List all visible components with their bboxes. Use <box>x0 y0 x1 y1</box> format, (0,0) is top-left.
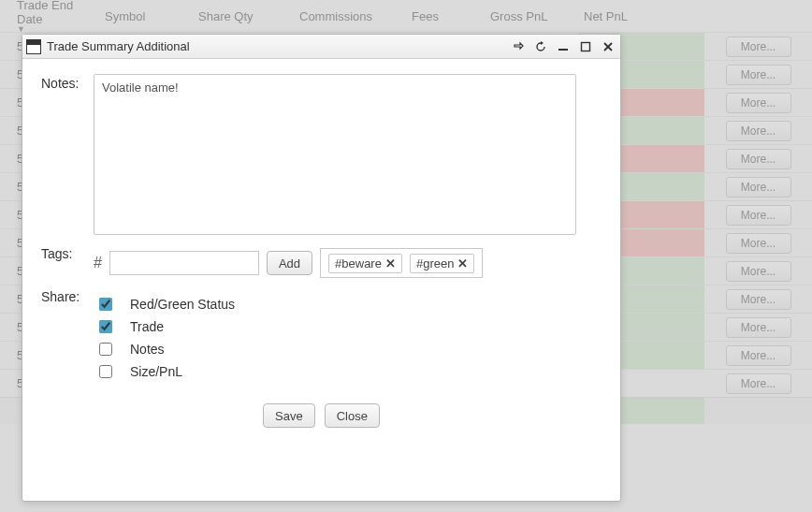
svg-rect-1 <box>582 42 590 51</box>
tag-chip: #beware✕ <box>328 254 402 273</box>
tag-remove-icon[interactable]: ✕ <box>457 256 468 271</box>
tags-label: Tags: <box>41 244 94 261</box>
share-item: Trade <box>94 315 235 338</box>
maximize-icon[interactable] <box>579 40 592 53</box>
tag-text: #beware <box>335 256 382 271</box>
share-item-label: Red/Green Status <box>130 297 235 312</box>
modal-title: Trade Summary Additional <box>47 39 512 53</box>
share-item: Notes <box>94 338 235 360</box>
tag-remove-icon[interactable]: ✕ <box>385 256 396 271</box>
tags-hash-prefix: # <box>94 255 102 271</box>
refresh-icon[interactable] <box>534 40 547 53</box>
notes-label: Notes: <box>41 74 94 91</box>
share-item-label: Notes <box>130 342 165 357</box>
close-icon[interactable] <box>602 40 615 53</box>
share-checkbox[interactable] <box>99 320 112 333</box>
share-label: Share: <box>41 287 94 304</box>
trade-summary-additional-modal: Trade Summary Additional Notes: T <box>22 34 621 502</box>
notes-textarea[interactable] <box>94 74 576 235</box>
share-item: Red/Green Status <box>94 293 235 315</box>
share-checkbox[interactable] <box>99 298 112 311</box>
close-button[interactable]: Close <box>325 403 380 428</box>
share-item-label: Size/PnL <box>130 364 182 379</box>
save-button[interactable]: Save <box>263 403 315 428</box>
tag-chip: #green✕ <box>410 254 474 273</box>
tags-input[interactable] <box>109 251 259 275</box>
window-icon <box>26 39 41 54</box>
share-checkbox[interactable] <box>99 365 112 378</box>
share-item-label: Trade <box>130 319 164 334</box>
minimize-icon[interactable] <box>557 40 570 53</box>
pin-icon[interactable] <box>512 40 525 53</box>
modal-titlebar[interactable]: Trade Summary Additional <box>22 35 620 59</box>
share-item: Size/PnL <box>94 360 235 383</box>
tag-text: #green <box>416 256 454 271</box>
add-tag-button[interactable]: Add <box>267 251 312 275</box>
share-checkbox[interactable] <box>99 343 112 356</box>
tag-bucket: #beware✕#green✕ <box>320 248 483 278</box>
